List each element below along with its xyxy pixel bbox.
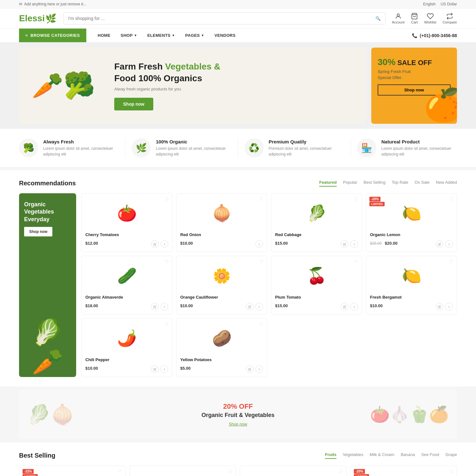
tab-top-rate[interactable]: Top Rate bbox=[392, 180, 408, 187]
red-onion-actions: ↕ bbox=[255, 240, 263, 248]
rec-sidebar-image: 🥬🥕 bbox=[19, 317, 76, 377]
add-to-cart-lemon[interactable]: 🛒 bbox=[436, 240, 443, 248]
wishlist-icon-cauliflower[interactable]: ♡ bbox=[260, 259, 264, 264]
nav-links: HOME SHOP ▼ ELEMENTS ▼ PAGES ▼ VENDORS bbox=[93, 29, 241, 42]
feature-natural: 🏪 Natureal Product Lorem ipsum dolor sit… bbox=[357, 138, 457, 157]
hero-shop-now-button[interactable]: Shop now bbox=[114, 98, 153, 110]
tab-fruits[interactable]: Fruits bbox=[325, 452, 336, 459]
nav-vendors[interactable]: VENDORS bbox=[209, 29, 241, 42]
add-to-cart-almaverde[interactable]: 🛒 bbox=[151, 303, 159, 310]
add-to-cart-cabbage[interactable]: 🛒 bbox=[341, 240, 348, 248]
tab-popular[interactable]: Popular bbox=[343, 180, 357, 187]
add-to-cart-potatoes[interactable]: 🛒 bbox=[246, 365, 254, 373]
account-button[interactable]: Account bbox=[392, 13, 405, 24]
nav-shop[interactable]: SHOP ▼ bbox=[116, 29, 142, 42]
best-selling-card-1[interactable]: ♡ 🍇 Product 2 bbox=[129, 466, 236, 476]
nav-elements[interactable]: ELEMENTS ▼ bbox=[142, 29, 180, 42]
promo-title: Organic Fruit & Vegetables bbox=[202, 412, 274, 419]
quick-view-almaverde[interactable]: ↕ bbox=[161, 303, 168, 310]
logo-leaf: 🌿 bbox=[45, 13, 56, 24]
product-card-red-cabbage[interactable]: ♡ 🥬 Red Cabbage $15.00 🛒 ↕ bbox=[271, 193, 362, 252]
wishlist-icon-bergamot[interactable]: ♡ bbox=[449, 259, 453, 264]
quick-view-plum[interactable]: ↕ bbox=[350, 303, 358, 310]
best-selling-card-3[interactable]: ♡ -20% LIMITED 🍊 Product 4 bbox=[350, 466, 457, 476]
tab-grape[interactable]: Grape bbox=[446, 452, 457, 459]
bs0-image: 🍓 bbox=[23, 470, 122, 476]
wishlist-icon-cabbage[interactable]: ♡ bbox=[354, 197, 359, 202]
wishlist-icon-onion[interactable]: ♡ bbox=[260, 197, 264, 202]
wishlist-icon-potatoes[interactable]: ♡ bbox=[260, 322, 264, 327]
wishlist-icon-bs1[interactable]: ♡ bbox=[228, 469, 233, 474]
best-selling-card-0[interactable]: ♡ -32% LIMITED 🍓 Best Selling bbox=[19, 466, 126, 476]
tab-banana[interactable]: Banana bbox=[401, 452, 415, 459]
product-card-bergamot[interactable]: ♡ 🍋 Fresh Bergamot $10.00 🛒 ↕ bbox=[366, 256, 457, 314]
language-selector[interactable]: English bbox=[423, 2, 435, 6]
hero-vegetables-image: 🥕🥦 bbox=[19, 48, 108, 124]
product-card-chili[interactable]: ♡ 🌶️ Chili Pepper $10.00 🛒 ↕ bbox=[81, 318, 172, 377]
product-card-almaverde[interactable]: ♡ 🥒 Organic Almaverde $18.00 🛒 ↕ bbox=[81, 256, 172, 314]
rec-sidebar-title: Organic Vegetables Everyday bbox=[24, 201, 71, 223]
red-cabbage-price: $15.00 bbox=[275, 241, 288, 246]
currency-selector[interactable]: US Dollar bbox=[441, 2, 457, 6]
feature-premium-title: Premium Quatily bbox=[269, 139, 344, 144]
search-input[interactable] bbox=[64, 13, 371, 24]
wishlist-button[interactable]: Wishlist bbox=[424, 13, 436, 24]
quick-view-chili[interactable]: ↕ bbox=[161, 365, 168, 373]
feature-premium-desc: Premium dolor sit amet, consectetuer adi… bbox=[269, 146, 344, 157]
tab-best-selling[interactable]: Best Selling bbox=[364, 180, 386, 187]
feature-divider-2 bbox=[238, 138, 238, 157]
wishlist-icon-bs3[interactable]: ♡ bbox=[449, 469, 453, 474]
search-bar: 🔍 bbox=[63, 12, 386, 24]
product-card-cauliflower[interactable]: ♡ 🌼 Orange Cauliflower $10.00 🛒 ↕ bbox=[176, 256, 267, 314]
product-card-plum-tomato[interactable]: ♡ 🍒 Plum Tomato $15.00 🛒 ↕ bbox=[271, 256, 362, 314]
tab-new-added[interactable]: New Added bbox=[436, 180, 457, 187]
search-button[interactable]: 🔍 bbox=[371, 13, 385, 24]
quick-view-potatoes[interactable]: ↕ bbox=[255, 365, 263, 373]
add-to-cart-plum[interactable]: 🛒 bbox=[341, 303, 348, 310]
wishlist-icon-almaverde[interactable]: ♡ bbox=[165, 259, 169, 264]
bs0-discount-badge: -32% bbox=[23, 469, 34, 474]
tab-featured[interactable]: Featured bbox=[319, 180, 337, 187]
chili-name: Chili Pepper bbox=[85, 357, 168, 362]
product-card-red-onion[interactable]: ♡ 🧅 Red Onion $10.00 ↕ bbox=[176, 193, 267, 252]
nav-home[interactable]: HOME bbox=[93, 29, 116, 42]
tab-see-food[interactable]: See Food bbox=[421, 452, 439, 459]
browse-categories-button[interactable]: ≡ BROWSE CATEGORIES bbox=[19, 29, 86, 42]
add-to-cart-chili[interactable]: 🛒 bbox=[151, 365, 159, 373]
quick-view-cherry[interactable]: ↕ bbox=[161, 240, 168, 248]
quick-view-cauliflower[interactable]: ↕ bbox=[255, 303, 263, 310]
red-onion-name: Red Onion bbox=[180, 232, 263, 237]
quick-view-cabbage[interactable]: ↕ bbox=[350, 240, 358, 248]
compare-button[interactable]: Compare bbox=[443, 13, 457, 24]
cart-button[interactable]: Cart bbox=[411, 13, 418, 24]
promo-cta[interactable]: Shop now bbox=[229, 422, 247, 426]
rec-sidebar-cta[interactable]: Shop now bbox=[24, 227, 52, 236]
tab-on-sale[interactable]: On Sale bbox=[415, 180, 430, 187]
wishlist-icon-lemon[interactable]: ♡ bbox=[449, 197, 453, 202]
logo[interactable]: Elessi🌿 bbox=[19, 13, 57, 24]
product-card-organic-lemon[interactable]: ♡ -20% LIMITED 🍋 Organic Lemon $25.00 $2… bbox=[366, 193, 457, 252]
wishlist-icon-chili[interactable]: ♡ bbox=[165, 322, 169, 327]
best-selling-tabs: Fruits Vegetables Milk & Cream Banana Se… bbox=[325, 452, 457, 459]
wishlist-icon-bs0[interactable]: ♡ bbox=[118, 469, 122, 474]
sale-sub1: Spring Fresh Fruit bbox=[378, 69, 451, 74]
best-selling-card-2[interactable]: ♡ 🥭 Product 3 bbox=[240, 466, 347, 476]
product-card-potatoes[interactable]: ♡ 🥔 Yellow Potatoes $5.00 🛒 ↕ bbox=[176, 318, 267, 377]
nav-pages[interactable]: PAGES ▼ bbox=[180, 29, 209, 42]
tab-vegetables[interactable]: Vegetables bbox=[343, 452, 363, 459]
add-to-cart-bergamot[interactable]: 🛒 bbox=[436, 303, 443, 310]
bs1-image: 🍇 bbox=[134, 470, 232, 476]
quick-view-lemon[interactable]: ↕ bbox=[445, 240, 453, 248]
wishlist-icon-bs2[interactable]: ♡ bbox=[339, 469, 343, 474]
tab-milk-cream[interactable]: Milk & Cream bbox=[370, 452, 394, 459]
add-to-cart-onion[interactable]: ↕ bbox=[255, 240, 263, 248]
quick-view-bergamot[interactable]: ↕ bbox=[445, 303, 453, 310]
product-card-cherry-tomatoes[interactable]: ♡ 🍅 Cherry Tomatoes $12.00 🛒 ↕ bbox=[81, 193, 172, 252]
bergamot-actions: 🛒 ↕ bbox=[436, 303, 453, 310]
add-to-cart-cherry[interactable]: 🛒 bbox=[151, 240, 159, 248]
lemon-actions: 🛒 ↕ bbox=[436, 240, 453, 248]
nav-phone: 📞 (+01)-800-3456-88 bbox=[412, 33, 457, 38]
wishlist-icon-cherry[interactable]: ♡ bbox=[165, 197, 169, 202]
add-to-cart-cauliflower[interactable]: 🛒 bbox=[246, 303, 254, 310]
wishlist-icon-plum[interactable]: ♡ bbox=[354, 259, 359, 264]
